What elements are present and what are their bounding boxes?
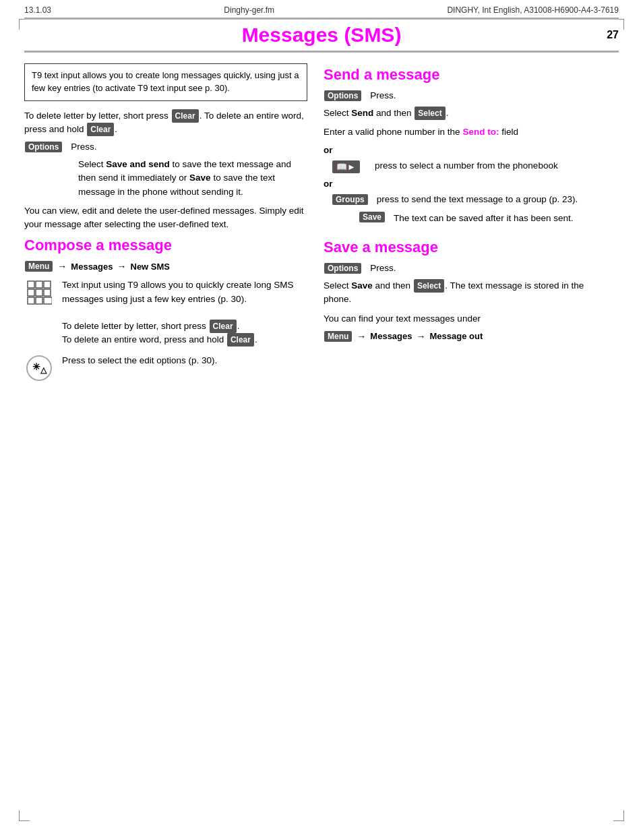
page-title: Messages (SMS) [234,22,410,48]
title-line-top [24,18,619,20]
header-doc-info: DINGHY, Int English, A31008-H6900-A4-3-7… [447,5,619,15]
title-section: Messages (SMS) 27 [24,18,619,53]
svg-rect-5 [44,289,51,296]
t9-icon-cell [24,278,54,305]
options-press-left: Press. [71,142,96,152]
svg-rect-1 [36,281,42,288]
save-badge: Save [359,212,385,222]
compose-heading: Compose a message [24,237,307,254]
svg-rect-4 [36,289,42,296]
save-row: Save The text can be saved after it has … [359,212,607,225]
t9-text-content: Text input using T9 allows you to quickl… [62,278,307,347]
delete-para-text1: To delete letter by letter, short press [24,111,171,121]
phonebook-text: press to select a number from the phoneb… [375,159,607,173]
find-text-para: You can find your text messages under [324,312,607,326]
compose-breadcrumb: Menu → Messages → New SMS [24,261,307,272]
header-filename: Dinghy-ger.fm [224,5,274,15]
delete-text-3: . [255,334,257,344]
t9-row: Text input using T9 allows you to quickl… [24,278,307,347]
svg-rect-6 [28,297,34,304]
groups-text: press to send the text message to a grou… [377,193,607,206]
svg-rect-8 [44,297,52,304]
t9-text: Text input using T9 allows you to quickl… [62,280,293,303]
select-badge-2: Select [414,279,444,293]
select-send-para: Select Send and then Select. [324,107,607,120]
phonebook-icon-cell: 📖► [332,159,367,173]
star-text-content: Press to select the edit options (p. 30)… [62,354,307,367]
star-label: ✳△ [32,361,47,375]
breadcrumb-menu: Menu [25,261,53,272]
groups-icon-cell: Groups [332,193,369,205]
options-row-right-2: Options Press. [324,263,607,274]
svg-rect-0 [28,281,34,288]
svg-rect-7 [36,297,42,304]
options-row-left: Options Press. [24,142,307,152]
clear-badge-3: Clear [210,320,237,333]
corner-mark-br [613,810,624,821]
groups-row: Groups press to send the text message to… [332,193,607,206]
breadcrumb-arrow1: → [57,261,67,272]
breadcrumb-arrow2: → [117,261,127,272]
options-press-right: Press. [370,90,396,100]
options-press-right-2: Press. [370,263,396,273]
note-box-text: T9 text input allows you to create long … [32,70,299,93]
title-row: Messages (SMS) 27 [24,22,619,48]
breadcrumb2-messages: Messages [370,331,412,341]
options-badge-right-2: Options [324,263,361,274]
page: 13.1.03 Dinghy-ger.fm DINGHY, Int Englis… [0,0,643,840]
save-heading: Save a message [324,239,607,256]
header-meta: 13.1.03 Dinghy-ger.fm DINGHY, Int Englis… [0,0,643,18]
select-badge-1: Select [415,107,445,120]
options-detail: Select Save and send to save the text me… [78,158,307,199]
breadcrumb-messages: Messages [71,262,113,272]
phonebook-row: 📖► press to select a number from the pho… [332,159,607,173]
or-2: or [324,179,607,189]
breadcrumb2-menu: Menu [324,331,352,342]
save-text: The text can be saved after it has been … [394,212,607,225]
star-icon-cell: ✳△ [24,354,54,381]
left-column: T9 text input allows you to create long … [24,63,307,388]
options-badge-left: Options [25,142,62,152]
t9-icon [26,280,52,305]
star-text: Press to select the edit options (p. 30)… [62,355,217,365]
groups-badge: Groups [332,194,368,205]
star-icon: ✳△ [26,355,52,381]
select-save-para: Select Save and then Select. The text me… [324,279,607,307]
header-date: 13.1.03 [24,5,51,15]
svg-rect-3 [28,289,34,296]
note-box: T9 text input allows you to create long … [24,63,307,101]
delete-para: To delete letter by letter, short press … [24,109,307,137]
save-breadcrumb: Menu → Messages → Message out [324,331,607,342]
title-line-bottom [24,51,619,53]
breadcrumb2-message-out: Message out [430,331,483,341]
star-row: ✳△ Press to select the edit options (p. … [24,354,307,381]
save-badge-cell: Save [359,212,386,222]
options-row-right: Options Press. [324,90,607,101]
breadcrumb2-arrow1: → [357,331,366,342]
clear-badge-2: Clear [87,123,114,136]
phonebook-icon: 📖► [332,160,360,173]
delete-text-1: To delete letter by letter, short press [62,321,209,331]
or-1: or [324,145,607,155]
clear-badge-1: Clear [172,109,199,123]
breadcrumb2-arrow2: → [417,331,426,342]
view-edit-para: You can view, edit and delete the user-d… [24,204,307,232]
clear-badge-4: Clear [227,333,254,347]
svg-rect-2 [44,281,51,288]
corner-mark-bl [19,810,30,821]
enter-number-para: Enter a valid phone number in the Send t… [324,125,607,139]
delete-para-text3: . [115,124,117,134]
breadcrumb-new-sms: New SMS [131,262,171,272]
content-area: T9 text input allows you to create long … [0,53,643,398]
send-to-label: Send to: [462,127,499,137]
send-heading: Send a message [324,66,607,84]
page-number: 27 [607,29,619,41]
options-badge-right: Options [324,90,361,101]
right-column: Send a message Options Press. Select Sen… [324,63,607,388]
